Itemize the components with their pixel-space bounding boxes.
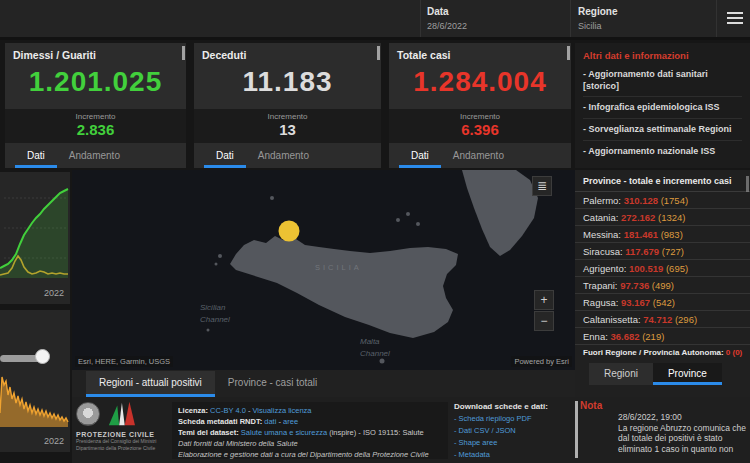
powered-by-esri-link[interactable]: Powered by Esri <box>511 356 572 367</box>
tab-regioni-attuali-positivi[interactable]: Regioni - attuali positivi <box>86 371 215 397</box>
download-block: Download schede e dati: - Scheda riepilo… <box>454 402 576 461</box>
card-tabs: Dati Andamento <box>204 145 321 168</box>
tab-andamento[interactable]: Andamento <box>441 145 516 168</box>
card-title: Dimessi / Guariti <box>5 43 186 61</box>
island <box>207 329 210 332</box>
island <box>270 196 274 200</box>
province-total: 93.167 <box>621 297 650 308</box>
card-scrollbar[interactable] <box>377 46 380 60</box>
province-increment: (1754) <box>661 195 688 206</box>
dataset-theme-link[interactable]: Salute umana e sicurezza <box>241 428 327 437</box>
data-source-line: Dati forniti dal Ministero della Salute <box>178 438 442 449</box>
label-sicilian-channel: Sicilian <box>200 303 226 312</box>
province-name: Enna: <box>583 331 608 342</box>
increment-label: Incremento <box>194 112 381 121</box>
time-slider-handle[interactable] <box>35 349 50 364</box>
province-total: 272.162 <box>621 212 655 223</box>
province-name: Messina: <box>583 229 621 240</box>
legend-icon[interactable]: ≣ <box>532 176 552 196</box>
increment-value: 6.396 <box>389 121 571 139</box>
tricolor-triangle-icon <box>107 401 135 427</box>
province-row: Messina: 181.461 (983) <box>575 226 750 243</box>
minus-icon: − <box>540 314 547 328</box>
nota-title: Nota <box>580 400 748 411</box>
card-title: Deceduti <box>194 43 381 61</box>
province-total: 36.682 <box>610 331 639 342</box>
tab-dati[interactable]: Dati <box>204 145 246 168</box>
province-name: Agrigento: <box>583 263 626 274</box>
province-total: 117.679 <box>625 246 659 257</box>
province-name: Catania: <box>583 212 618 223</box>
link-aggiornamento-dati-sanitari[interactable]: - Aggiornamento dati sanitari [storico] <box>583 64 742 97</box>
province-increment: (499) <box>652 280 674 291</box>
province-name: Caltanissetta: <box>583 314 641 325</box>
province-increment: (695) <box>666 263 688 274</box>
card-tabs: Dati Andamento <box>399 145 516 168</box>
sicily-map[interactable]: SICILIA Sicilian Channel Malta Channel ≣… <box>72 170 575 370</box>
tab-province-casi-totali[interactable]: Province - casi totali <box>215 371 330 397</box>
nota-date: 28/6/2022, 19:00 <box>618 412 748 423</box>
zoom-in-button[interactable]: + <box>534 290 554 310</box>
download-link-metadata[interactable]: - Metadata <box>454 449 576 461</box>
download-title: Download schede e dati: <box>454 402 576 411</box>
x-axis-label: 2022 <box>44 436 64 446</box>
province-increment: (219) <box>642 331 664 342</box>
region-value[interactable]: Sicilia <box>578 21 617 31</box>
province-increment: (727) <box>662 246 684 257</box>
increment-label: Incremento <box>5 112 186 121</box>
card-scrollbar[interactable] <box>182 46 185 60</box>
nota-text: La regione Abruzzo comunica che dal tota… <box>618 423 748 455</box>
tab-andamento[interactable]: Andamento <box>57 145 132 168</box>
download-link-shape[interactable]: - Shape aree <box>454 437 576 449</box>
tab-dati[interactable]: Dati <box>399 145 441 168</box>
tab-province[interactable]: Province <box>653 363 722 385</box>
province-increment: (296) <box>675 314 697 325</box>
province-row: Enna: 36.682 (219) <box>575 328 750 345</box>
download-link-csv-json[interactable]: - Dati CSV / JSON <box>454 425 576 437</box>
region-block: Regione Sicilia <box>578 6 617 31</box>
zoom-out-button[interactable]: − <box>534 311 554 331</box>
license-link-visualizza[interactable]: Visualizza licenza <box>252 406 311 415</box>
link-sorveglianza-regioni[interactable]: - Sorveglianza settimanale Regioni <box>583 119 742 141</box>
metadata-link-aree[interactable]: aree <box>283 417 298 426</box>
island <box>416 222 420 226</box>
card-tabs: Dati Andamento <box>15 145 132 168</box>
fuori-regione-label: Fuori Regione / Provincia Autonoma: <box>583 348 726 357</box>
tab-andamento[interactable]: Andamento <box>246 145 321 168</box>
province-name: Ragusa: <box>583 297 618 308</box>
italian-emblem-icon <box>76 402 100 426</box>
tab-regioni[interactable]: Regioni <box>589 363 653 385</box>
province-row: Trapani: 97.736 (499) <box>575 277 750 294</box>
province-total: 100.519 <box>629 263 663 274</box>
nota-scrollbar[interactable] <box>575 401 578 458</box>
fuori-regione-value: 0 (0) <box>726 348 742 357</box>
link-infografica-iss[interactable]: - Infografica epidemiologica ISS <box>583 97 742 119</box>
metadata-link-dati[interactable]: dati <box>264 417 276 426</box>
hamburger-menu-icon[interactable] <box>727 12 743 25</box>
time-slider-track[interactable] <box>0 355 40 362</box>
province-increment: (1324) <box>658 212 685 223</box>
license-link-ccby[interactable]: CC-BY 4.0 <box>210 406 246 415</box>
province-row: Ragusa: 93.167 (542) <box>575 294 750 311</box>
province-increment: (542) <box>653 297 675 308</box>
daily-area <box>0 377 68 427</box>
chart-panel-daily: 2022 <box>0 310 70 452</box>
card-scrollbar[interactable] <box>567 46 570 60</box>
link-aggiornamento-nazionale-iss[interactable]: - Aggiornamento nazionale ISS <box>583 141 742 162</box>
x-axis-label: 2022 <box>44 288 64 298</box>
increment-strip: Incremento 13 <box>194 109 381 143</box>
province-panel-title: Province - totale e incremento casi <box>575 170 750 192</box>
tab-dati[interactable]: Dati <box>15 145 57 168</box>
divider <box>570 0 571 37</box>
download-link-pdf[interactable]: - Scheda riepilogo PDF <box>454 413 576 425</box>
map-marker-palermo[interactable] <box>279 221 300 242</box>
map-canvas: SICILIA Sicilian Channel Malta Channel <box>72 170 575 370</box>
province-scrollbar[interactable] <box>746 176 749 192</box>
nota-panel: Nota 28/6/2022, 19:00 La regione Abruzzo… <box>580 400 748 455</box>
card-value: 1.201.025 <box>5 61 186 103</box>
island <box>406 212 410 216</box>
increment-value: 13 <box>194 121 381 139</box>
logo-subtitle-2: Dipartimento della Protezione Civile <box>76 445 171 452</box>
province-name: Palermo: <box>583 195 621 206</box>
info-panel-title: Altri dati e informazioni <box>583 50 742 61</box>
